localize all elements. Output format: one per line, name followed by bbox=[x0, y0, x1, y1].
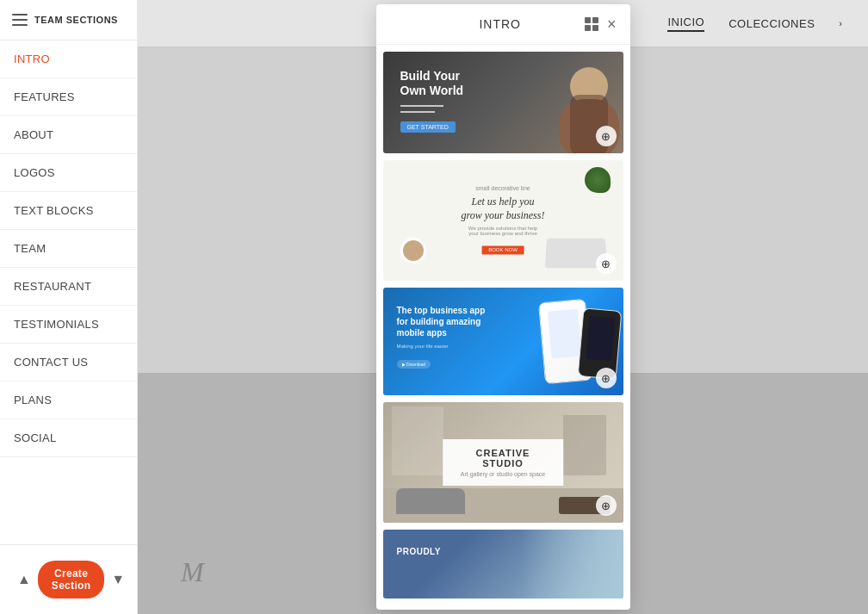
thumb5-text: PROUDLY bbox=[397, 547, 441, 556]
thumb3-text-content: The top business appfor building amazing… bbox=[397, 305, 486, 369]
modal-overlay: INTRO × Build YourOwn World GET STA bbox=[138, 0, 868, 614]
modal-title: INTRO bbox=[416, 17, 585, 31]
thumb3-btn: ▶ Download bbox=[397, 360, 431, 369]
thumb1-title: Build YourOwn World bbox=[400, 69, 464, 98]
thumb2-cta-button: BOOK NOW bbox=[481, 246, 524, 255]
zoom-icon-4[interactable]: ⊕ bbox=[596, 495, 617, 516]
thumb1-content: Build YourOwn World GET STARTED bbox=[400, 69, 464, 133]
template-thumb-proudly[interactable]: PROUDLY bbox=[383, 530, 623, 598]
sidebar: TEAM SECTIONS INTRO FEATURES ABOUT LOGOS… bbox=[0, 0, 138, 614]
sidebar-item-contact-us[interactable]: CONTACT US bbox=[0, 344, 137, 381]
template-thumb-app-blue[interactable]: The top business appfor building amazing… bbox=[383, 288, 623, 395]
template-thumb-grow-business[interactable]: small decorative line Let us help yougro… bbox=[383, 160, 623, 281]
sidebar-item-features[interactable]: FEATURES bbox=[0, 78, 137, 116]
thumb2-plant-decoration bbox=[585, 167, 611, 193]
sidebar-header: TEAM SECTIONS bbox=[0, 0, 137, 40]
thumb2-headline: Let us help yougrow your business! bbox=[462, 195, 545, 222]
sidebar-item-testimonials[interactable]: TESTIMONIALS bbox=[0, 306, 137, 344]
sidebar-item-about[interactable]: ABOUT bbox=[0, 116, 137, 154]
create-section-button[interactable]: Create Section bbox=[38, 561, 104, 598]
sidebar-item-social[interactable]: SOCIAL bbox=[0, 419, 137, 457]
zoom-icon-3[interactable]: ⊕ bbox=[596, 368, 617, 388]
intro-modal: INTRO × Build YourOwn World GET STA bbox=[376, 4, 630, 610]
main-area: INICIO COLECCIONES › Add a new section t… bbox=[138, 0, 868, 614]
thumb2-coffee-decoration bbox=[400, 238, 426, 264]
thumb4-overlay: CREATIVE STUDIO Art gallery or studio op… bbox=[443, 439, 563, 486]
template-thumb-creative-studio[interactable]: CREATIVE STUDIO Art gallery or studio op… bbox=[383, 402, 623, 523]
modal-header: INTRO × bbox=[376, 4, 630, 45]
sidebar-footer: ▲ Create Section ▼ bbox=[0, 544, 137, 614]
sidebar-title: TEAM SECTIONS bbox=[34, 15, 118, 25]
template-thumb-build-world[interactable]: Build YourOwn World GET STARTED ⊕ bbox=[383, 52, 623, 153]
modal-close-button[interactable]: × bbox=[607, 16, 617, 32]
thumb3-sub: Making your life easier bbox=[397, 344, 486, 349]
zoom-icon-2[interactable]: ⊕ bbox=[596, 253, 617, 274]
thumb4-subtitle: Art gallery or studio open space bbox=[460, 471, 546, 477]
zoom-icon-1[interactable]: ⊕ bbox=[596, 126, 617, 146]
sidebar-item-intro[interactable]: INTRO bbox=[0, 40, 137, 78]
thumb3-headline: The top business appfor building amazing… bbox=[397, 305, 486, 338]
sidebar-item-logos[interactable]: LOGOS bbox=[0, 154, 137, 192]
thumb2-sub-text: small decorative line bbox=[462, 185, 545, 191]
thumb2-text-content: small decorative line Let us help yougro… bbox=[462, 185, 545, 255]
modal-body[interactable]: Build YourOwn World GET STARTED ⊕ bbox=[376, 45, 630, 610]
sidebar-item-text-blocks[interactable]: TEXT BLOCKS bbox=[0, 192, 137, 230]
sidebar-item-plans[interactable]: PLANS bbox=[0, 381, 137, 419]
thumb1-cta: GET STARTED bbox=[400, 121, 456, 133]
grid-menu-icon bbox=[12, 14, 28, 26]
grid-view-icon[interactable] bbox=[585, 17, 598, 31]
thumb4-title: CREATIVE STUDIO bbox=[460, 448, 546, 468]
modal-header-icons: × bbox=[585, 16, 617, 32]
scroll-down-button[interactable]: ▼ bbox=[104, 568, 132, 591]
sidebar-item-team[interactable]: TEAM bbox=[0, 230, 137, 268]
sidebar-item-restaurant[interactable]: RESTAURANT bbox=[0, 268, 137, 306]
sidebar-nav: INTRO FEATURES ABOUT LOGOS TEXT BLOCKS T… bbox=[0, 40, 137, 544]
scroll-up-button[interactable]: ▲ bbox=[10, 568, 38, 591]
sofa-shape bbox=[396, 488, 465, 514]
